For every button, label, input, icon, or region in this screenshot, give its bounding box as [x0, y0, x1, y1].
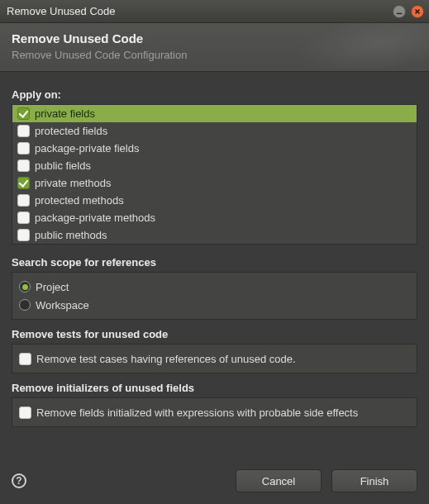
remove-inits-label: Remove fields initialized with expressio…: [36, 407, 358, 419]
apply-on-label: Apply on:: [12, 88, 417, 101]
apply-on-item-label: public methods: [35, 229, 107, 241]
remove-tests-label: Remove test cases having references of u…: [36, 353, 296, 365]
apply-on-item-label: package-private methods: [35, 212, 155, 224]
apply-on-item-label: protected fields: [35, 125, 107, 137]
apply-on-item-label: private fields: [35, 107, 95, 120]
apply-on-item[interactable]: public methods: [12, 226, 417, 244]
remove-inits-checkbox[interactable]: [19, 407, 31, 419]
apply-on-item[interactable]: private methods: [12, 174, 417, 192]
title-bar: Remove Unused Code: [0, 0, 429, 23]
apply-on-checkbox[interactable]: [17, 212, 30, 224]
remove-inits-row[interactable]: Remove fields initialized with expressio…: [19, 403, 410, 421]
close-button[interactable]: [411, 5, 424, 18]
minimize-button[interactable]: [393, 5, 406, 18]
scope-option-label: Workspace: [36, 299, 89, 311]
apply-on-item[interactable]: protected methods: [12, 192, 417, 209]
apply-on-item-label: package-private fields: [35, 142, 139, 155]
apply-on-checkbox[interactable]: [17, 194, 30, 207]
tests-label: Remove tests for unused code: [12, 328, 417, 340]
apply-on-item[interactable]: public fields: [12, 157, 417, 174]
inits-label: Remove initializers of unused fields: [12, 382, 417, 394]
finish-button[interactable]: Finish: [331, 469, 417, 492]
apply-on-item-label: protected methods: [35, 194, 124, 207]
apply-on-item-label: public fields: [35, 159, 91, 172]
dialog-header: Remove Unused Code Remove Unused Code Co…: [0, 23, 429, 72]
dialog-title: Remove Unused Code: [12, 31, 417, 45]
cancel-button[interactable]: Cancel: [236, 469, 322, 492]
apply-on-item[interactable]: private fields: [12, 105, 417, 122]
scope-panel: ProjectWorkspace: [12, 272, 417, 320]
inits-panel: Remove fields initialized with expressio…: [12, 397, 417, 427]
apply-on-checkbox[interactable]: [17, 125, 30, 137]
apply-on-checkbox[interactable]: [17, 177, 30, 189]
svg-rect-0: [397, 12, 402, 14]
scope-radio[interactable]: [19, 281, 31, 292]
remove-tests-checkbox[interactable]: [19, 353, 31, 365]
apply-on-checkbox[interactable]: [17, 107, 30, 120]
apply-on-item[interactable]: package-private fields: [12, 140, 417, 157]
dialog-footer: ? Cancel Finish: [0, 461, 429, 504]
dialog-content: Apply on: private fieldsprotected fields…: [0, 72, 429, 427]
scope-option[interactable]: Project: [19, 278, 410, 296]
apply-on-list: private fieldsprotected fieldspackage-pr…: [12, 104, 417, 245]
scope-option-label: Project: [36, 281, 69, 293]
apply-on-checkbox[interactable]: [17, 159, 30, 172]
scope-option[interactable]: Workspace: [19, 296, 410, 314]
help-icon[interactable]: ?: [12, 473, 26, 488]
apply-on-item[interactable]: package-private methods: [12, 209, 417, 226]
window-title: Remove Unused Code: [7, 5, 388, 17]
apply-on-checkbox[interactable]: [17, 142, 30, 155]
remove-tests-row[interactable]: Remove test cases having references of u…: [19, 349, 410, 368]
tests-panel: Remove test cases having references of u…: [12, 344, 417, 373]
dialog-subtitle: Remove Unused Code Configuration: [12, 49, 417, 61]
apply-on-checkbox[interactable]: [17, 229, 30, 241]
apply-on-item-label: private methods: [35, 177, 112, 189]
scope-radio[interactable]: [19, 299, 31, 311]
scope-label: Search scope for references: [12, 256, 417, 269]
apply-on-item[interactable]: protected fields: [12, 122, 417, 140]
